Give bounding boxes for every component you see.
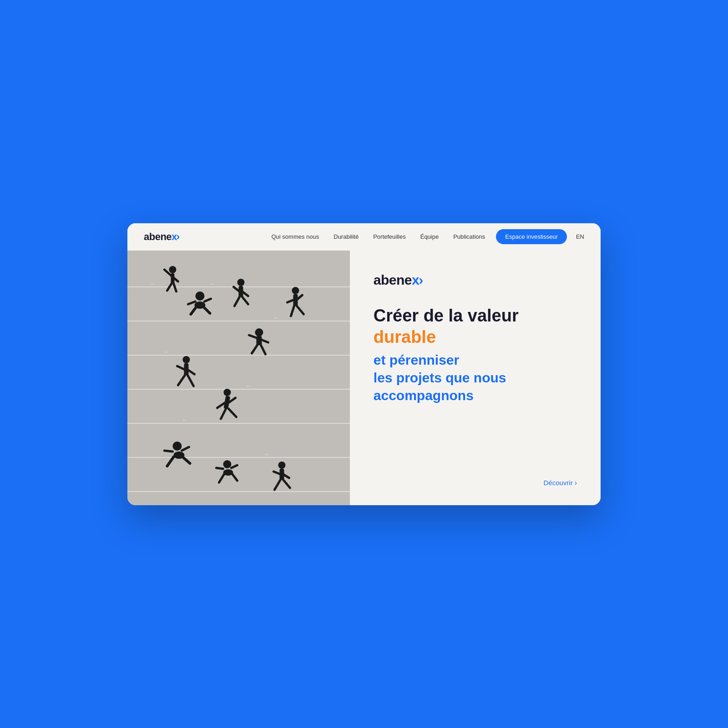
main-content: ← ← ← ← ← ← ← — [127, 251, 601, 505]
nav-link-durabilite[interactable]: Durabilité — [334, 233, 359, 240]
svg-text:←: ← — [245, 382, 252, 390]
hero-line2-durable: durable — [374, 327, 577, 347]
nav-link-qui-sommes-nous[interactable]: Qui sommes nous — [271, 233, 319, 240]
hero-line3-part1: et pérenniser — [374, 352, 459, 367]
svg-point-27 — [237, 279, 244, 286]
browser-card: abenex› Qui sommes nous Durabilité Porte… — [127, 223, 601, 505]
svg-point-33 — [292, 287, 299, 294]
nav-logo-x2: › — [177, 231, 180, 243]
svg-point-15 — [169, 266, 176, 273]
svg-line-61 — [164, 451, 172, 452]
svg-point-57 — [172, 442, 182, 451]
discover-chevron-icon: › — [575, 479, 577, 487]
svg-text:←: ← — [182, 417, 188, 424]
svg-point-51 — [223, 389, 231, 396]
espace-investisseur-button[interactable]: Espace investisseur — [496, 229, 567, 244]
svg-point-63 — [223, 460, 231, 468]
nav-logo[interactable]: abenex› — [144, 231, 180, 243]
hero-brand-logo: abenex› — [374, 272, 577, 288]
svg-point-39 — [255, 328, 263, 336]
hero-line3: et pérenniser les projets que nous accom… — [374, 351, 577, 404]
svg-text:←: ← — [150, 280, 156, 287]
brand-logo-chevron: › — [419, 272, 423, 288]
nav-link-publications[interactable]: Publications — [453, 233, 485, 240]
nav-logo-text: abene — [144, 231, 172, 243]
hero-image: ← ← ← ← ← ← ← — [127, 251, 350, 505]
hero-line1: Créer de la valeur — [374, 306, 577, 326]
svg-point-45 — [182, 356, 190, 363]
navbar: abenex› Qui sommes nous Durabilité Porte… — [127, 223, 601, 251]
language-toggle[interactable]: EN — [576, 233, 584, 240]
svg-text:←: ← — [273, 314, 279, 321]
svg-text:←: ← — [209, 280, 215, 287]
hero-headline: Créer de la valeur durable et pérenniser… — [374, 306, 577, 404]
svg-text:←: ← — [263, 451, 270, 458]
discover-link[interactable]: Découvrir › — [374, 479, 577, 487]
hero-line3-part2: les projets que nous — [374, 370, 506, 385]
svg-point-21 — [195, 291, 204, 301]
nav-links: Qui sommes nous Durabilité Portefeuilles… — [271, 233, 485, 240]
hero-text-section: abenex› Créer de la valeur durable et pé… — [350, 251, 601, 505]
nav-link-equipe[interactable]: Équipe — [420, 233, 439, 240]
hero-line3-part3: accompagnons — [374, 388, 474, 403]
svg-text:←: ← — [163, 348, 170, 356]
svg-line-67 — [216, 468, 223, 469]
brand-logo-text: abene — [374, 272, 412, 288]
brand-logo-x: x — [412, 272, 419, 288]
discover-text: Découvrir — [543, 479, 572, 487]
svg-point-69 — [278, 462, 285, 469]
nav-link-portefeuilles[interactable]: Portefeuilles — [373, 233, 406, 240]
